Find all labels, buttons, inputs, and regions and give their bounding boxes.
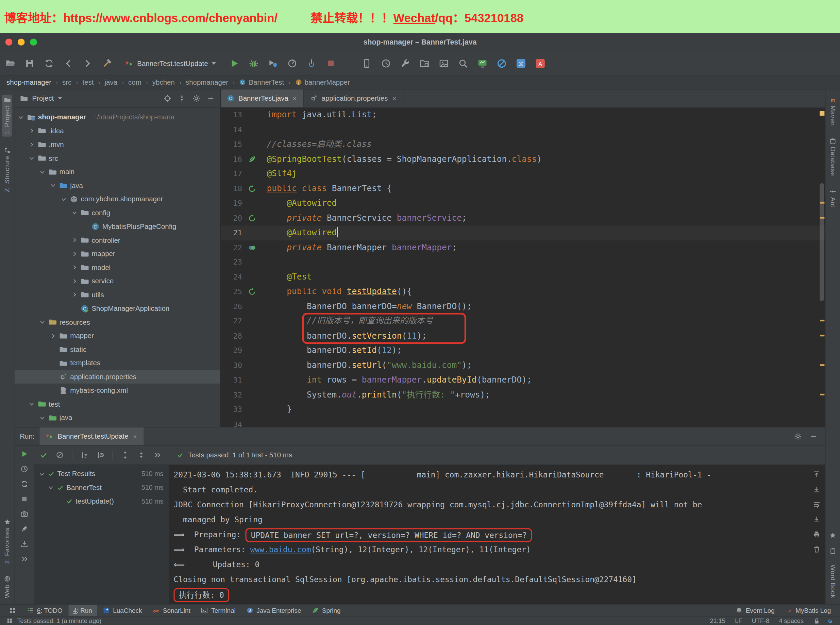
build-icon[interactable] <box>102 58 112 68</box>
project-tree-item[interactable]: mapper <box>15 247 220 260</box>
indent-indicator[interactable]: 4 spaces <box>779 617 804 624</box>
encoding-indicator[interactable]: UTF-8 <box>752 617 769 624</box>
hide-icon[interactable] <box>207 94 215 103</box>
project-tree-item[interactable]: controller <box>15 233 220 247</box>
tool-window-button[interactable]: Word Book <box>828 563 838 600</box>
test-tree-node[interactable]: testUpdate()510 ms <box>34 494 169 508</box>
project-tree-item[interactable]: .mvn <box>15 138 220 151</box>
code-line[interactable]: 20 private BannerService bannerService; <box>221 211 825 225</box>
star-icon[interactable] <box>829 532 836 539</box>
chevron-down-icon[interactable] <box>28 401 35 407</box>
test-tree-node[interactable]: Test Results510 ms <box>34 467 169 481</box>
pin-icon[interactable] <box>20 525 28 533</box>
open-icon[interactable] <box>5 58 16 68</box>
tool-window-button[interactable]: Database <box>828 136 838 177</box>
tool-window-button[interactable]: LuaCheck <box>98 605 146 617</box>
test-passed-icon[interactable] <box>248 288 256 296</box>
breadcrumb-item[interactable]: shopmanager <box>186 78 228 86</box>
code-line[interactable]: 22 private BannerMapper bannerMapper; <box>221 240 825 255</box>
chevron-right-icon[interactable] <box>72 264 78 271</box>
project-tree-item[interactable]: config <box>15 206 220 220</box>
chevron-down-icon[interactable] <box>58 97 62 100</box>
tool-window-button[interactable]: 1: Project <box>2 95 12 136</box>
code-line[interactable]: 25 public void testUpdate(){ <box>221 284 825 299</box>
project-tree-item[interactable]: mapper <box>15 329 220 342</box>
sync-icon[interactable] <box>44 58 54 68</box>
scroll-down-icon[interactable] <box>812 485 821 493</box>
sort-by-duration-icon[interactable] <box>96 451 105 459</box>
lock-icon[interactable] <box>813 617 820 624</box>
import-results-icon[interactable] <box>20 540 28 548</box>
breadcrumb-item[interactable]: fbannerMapper <box>295 78 350 86</box>
tool-window-button[interactable]: 2: Favorites <box>2 517 12 566</box>
locate-icon[interactable] <box>163 94 171 103</box>
code-line[interactable]: 30 bannerDO.setUrl("www.baidu.com"); <box>221 358 825 373</box>
hide-icon[interactable] <box>809 432 818 440</box>
breadcrumb-item[interactable]: com <box>128 78 142 86</box>
project-tree-item[interactable]: main <box>15 165 220 179</box>
tool-window-button[interactable]: MyBatis Log <box>781 605 835 617</box>
project-tree-item[interactable]: CMybatisPlusPageConfig <box>15 220 220 233</box>
spring-bean-icon[interactable] <box>248 244 256 252</box>
test-tree-node[interactable]: BannerTest510 ms <box>34 481 169 494</box>
code-line[interactable]: 34 <box>221 417 825 427</box>
chevron-down-icon[interactable] <box>61 196 67 202</box>
breadcrumb-item[interactable]: ybchen <box>152 78 175 86</box>
profiler-icon[interactable] <box>287 58 297 68</box>
error-stripe-mark[interactable] <box>820 202 825 204</box>
chevron-down-icon[interactable] <box>39 415 45 421</box>
chevron-down-icon[interactable] <box>39 169 45 175</box>
code-line[interactable]: 32 System.out.println("执行行数: "+rows); <box>221 388 825 402</box>
save-icon[interactable] <box>25 58 35 68</box>
stop-circle-icon[interactable] <box>56 451 64 459</box>
code-line[interactable]: 33 } <box>221 402 825 417</box>
code-line[interactable]: 28 bannerDO.setVersion(11); <box>221 328 825 343</box>
stop-icon[interactable] <box>326 58 336 68</box>
breadcrumb-item[interactable]: shop-manager <box>6 78 51 86</box>
project-tree-item[interactable]: shop-manager~/IdeaProjects/shop-mana <box>15 110 220 124</box>
capture-image-icon[interactable] <box>439 58 449 68</box>
code-line[interactable]: 31 int rows = bannerMapper.updateById(ba… <box>221 373 825 387</box>
collapse-all-icon[interactable] <box>178 94 186 103</box>
chevron-right-icon[interactable] <box>72 250 78 257</box>
run-console[interactable]: 2021-03-06 15:38:31.673 INFO 29015 --- [… <box>170 465 808 604</box>
code-line[interactable]: 24 @Test <box>221 270 825 284</box>
chevron-right-icon[interactable] <box>72 278 78 284</box>
more-icon[interactable] <box>20 555 28 563</box>
tool-window-button[interactable]: JJava Enterprise <box>241 605 306 617</box>
soft-wrap-icon[interactable] <box>812 500 821 508</box>
code-line[interactable]: 16@SpringBootTest(classes = ShopManagerA… <box>221 152 825 166</box>
code-line[interactable]: 18public class BannerTest { <box>221 181 825 196</box>
project-tree-item[interactable]: .idea <box>15 124 220 138</box>
scroll-to-end-icon[interactable] <box>812 515 821 523</box>
chevron-right-icon[interactable] <box>50 333 56 339</box>
project-tree-item[interactable]: application.properties <box>15 370 220 384</box>
code-line[interactable]: 27 //旧版本号，即查询出来的版本号 <box>221 314 825 328</box>
clipboard-icon[interactable] <box>829 547 836 554</box>
project-tree-item[interactable]: test <box>15 397 220 411</box>
run-config-selector[interactable]: BannerTest.testUpdate <box>126 59 216 67</box>
code-line[interactable]: 26 BannerDO bannerDO=new BannerDO(); <box>221 299 825 314</box>
breadcrumb-item[interactable]: java <box>104 78 117 86</box>
tool-window-button[interactable]: SonarLint <box>148 605 195 617</box>
gear-icon[interactable] <box>193 94 201 103</box>
close-icon[interactable] <box>392 96 397 101</box>
project-tree-item[interactable]: CShopManagerApplication <box>15 302 220 315</box>
code-line[interactable]: 13import java.util.List; <box>221 108 825 123</box>
breadcrumb-item[interactable]: src <box>62 78 72 86</box>
editor-tab[interactable]: CBannerTest.java <box>221 89 304 107</box>
sort-alphabetically-icon[interactable] <box>80 451 89 459</box>
chevron-down-icon[interactable] <box>39 471 45 477</box>
forward-icon[interactable] <box>82 58 93 68</box>
chevron-down-icon[interactable] <box>28 155 35 162</box>
project-tree-item[interactable]: utils <box>15 288 220 302</box>
tool-window-button[interactable] <box>5 605 21 617</box>
chevron-down-icon[interactable] <box>50 182 56 189</box>
project-tree-item[interactable]: static <box>15 342 220 356</box>
error-stripe-mark[interactable] <box>820 320 825 321</box>
back-icon[interactable] <box>63 58 73 68</box>
code-editor[interactable]: 13import java.util.List;1415//classes=启动… <box>221 108 825 427</box>
project-structure-icon[interactable] <box>420 58 430 68</box>
code-line[interactable]: 23 <box>221 255 825 270</box>
debug-icon[interactable] <box>249 58 259 68</box>
